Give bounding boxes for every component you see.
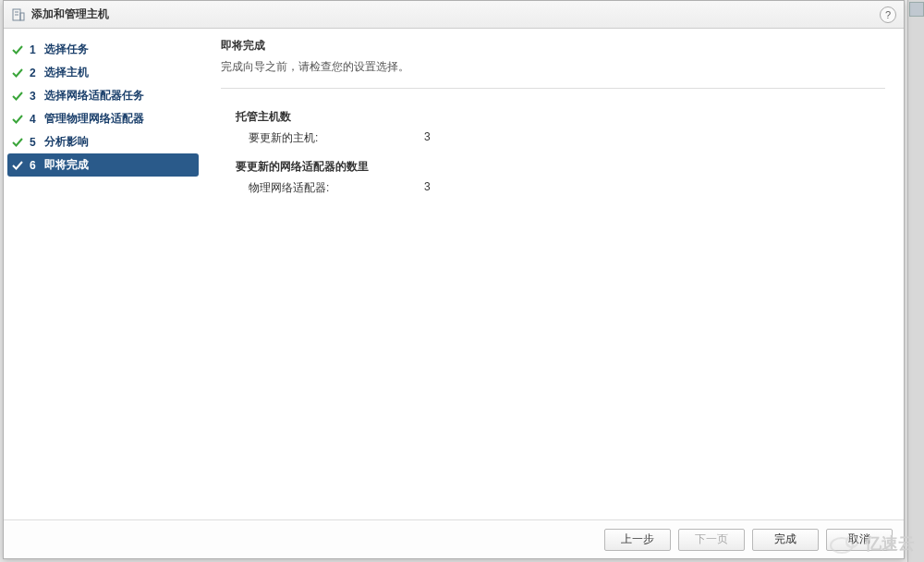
step-label: 管理物理网络适配器 — [44, 111, 144, 127]
step-label: 选择主机 — [44, 65, 89, 80]
step-number: 4 — [30, 113, 39, 126]
wizard-step-1[interactable]: 1选择任务 — [4, 38, 202, 61]
wizard-step-5[interactable]: 5分析影响 — [4, 130, 202, 153]
wizard-dialog: 添加和管理主机 ? 1选择任务2选择主机3选择网络适配器任务4管理物理网络适配器… — [3, 0, 905, 559]
next-button: 下一页 — [678, 529, 745, 551]
finish-button[interactable]: 完成 — [752, 529, 819, 551]
wizard-step-2[interactable]: 2选择主机 — [4, 61, 202, 84]
check-icon — [11, 67, 24, 79]
dialog-footer: 上一步 下一页 完成 取消 — [4, 519, 904, 558]
step-number: 1 — [30, 43, 39, 56]
host-icon — [11, 7, 26, 22]
wizard-step-3[interactable]: 3选择网络适配器任务 — [4, 84, 202, 107]
summary-label: 要更新的主机: — [249, 130, 424, 146]
dialog-body: 1选择任务2选择主机3选择网络适配器任务4管理物理网络适配器5分析影响6即将完成… — [4, 29, 904, 519]
svg-rect-1 — [20, 13, 24, 20]
step-number: 5 — [30, 136, 39, 149]
panel-icon — [909, 2, 924, 17]
wizard-step-4[interactable]: 4管理物理网络适配器 — [4, 107, 202, 130]
back-button[interactable]: 上一步 — [604, 529, 671, 551]
step-label: 选择任务 — [44, 42, 89, 57]
step-label: 即将完成 — [44, 157, 89, 173]
main-header: 即将完成 完成向导之前，请检查您的设置选择。 — [221, 38, 885, 89]
step-number: 2 — [30, 67, 39, 79]
summary-row: 物理网络适配器:3 — [236, 180, 885, 196]
step-label: 选择网络适配器任务 — [44, 88, 144, 104]
check-icon — [11, 159, 24, 172]
summary-value: 3 — [424, 130, 461, 146]
summary-content: 托管主机数要更新的主机:3要更新的网络适配器的数里物理网络适配器:3 — [221, 109, 885, 209]
summary-row: 要更新的主机:3 — [236, 130, 885, 146]
summary-section: 托管主机数要更新的主机:3 — [236, 109, 885, 146]
summary-label: 物理网络适配器: — [249, 180, 424, 196]
summary-section: 要更新的网络适配器的数里物理网络适配器:3 — [236, 159, 885, 196]
step-number: 3 — [30, 90, 39, 103]
check-icon — [11, 43, 24, 56]
page-title: 即将完成 — [221, 38, 885, 54]
background-panel-strip — [907, 0, 924, 562]
step-number: 6 — [30, 159, 39, 172]
wizard-steps-sidebar: 1选择任务2选择主机3选择网络适配器任务4管理物理网络适配器5分析影响6即将完成 — [4, 29, 202, 519]
check-icon — [11, 136, 24, 149]
dialog-title: 添加和管理主机 — [31, 6, 880, 22]
check-icon — [11, 113, 24, 126]
step-label: 分析影响 — [44, 134, 89, 150]
summary-heading: 托管主机数 — [236, 109, 885, 125]
check-icon — [11, 90, 24, 103]
titlebar: 添加和管理主机 ? — [4, 1, 904, 29]
summary-heading: 要更新的网络适配器的数里 — [236, 159, 885, 175]
page-subtitle: 完成向导之前，请检查您的设置选择。 — [221, 59, 885, 75]
wizard-main-panel: 即将完成 完成向导之前，请检查您的设置选择。 托管主机数要更新的主机:3要更新的… — [202, 29, 904, 519]
help-icon[interactable]: ? — [880, 6, 896, 23]
wizard-step-6: 6即将完成 — [7, 153, 199, 177]
summary-value: 3 — [424, 180, 461, 196]
cancel-button[interactable]: 取消 — [826, 529, 893, 551]
